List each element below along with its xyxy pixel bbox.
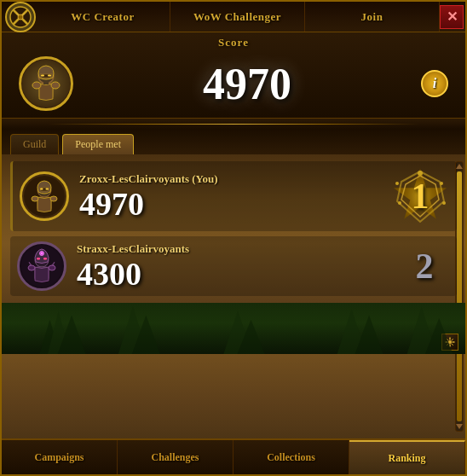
title-bar: WC Creator WoW Challenger Join ✕ xyxy=(2,2,465,32)
divider xyxy=(2,119,465,129)
main-player-avatar xyxy=(19,56,73,111)
svg-rect-15 xyxy=(40,189,43,190)
logo-icon xyxy=(5,2,36,32)
entry-1-info: Zroxx-LesClairvoyants (You) 4970 xyxy=(69,172,390,220)
entry-2-score: 4300 xyxy=(77,258,399,290)
logo-area xyxy=(2,2,36,32)
leaderboard-entry-2: Straxx-LesClairvoyants 4300 2 xyxy=(10,236,457,296)
entry-2-info: Straxx-LesClairvoyants 4300 xyxy=(66,242,399,290)
svg-rect-30 xyxy=(43,258,47,260)
main-score-number: 4970 xyxy=(90,59,404,109)
ranking-tab[interactable]: Ranking xyxy=(349,440,465,474)
leaderboard: Zroxx-LesClairvoyants (You) 4970 xyxy=(2,154,465,303)
info-button[interactable]: i xyxy=(421,70,448,97)
svg-point-22 xyxy=(442,201,446,205)
svg-point-20 xyxy=(418,171,423,176)
campaigns-tab[interactable]: Campaigns xyxy=(2,440,118,474)
svg-point-21 xyxy=(440,182,443,185)
svg-point-10 xyxy=(32,82,41,89)
svg-rect-12 xyxy=(43,81,49,84)
scroll-bar[interactable] xyxy=(455,161,464,303)
collections-tab[interactable]: Collections xyxy=(234,440,349,474)
player-1-avatar xyxy=(20,171,69,221)
leaderboard-entry-1: Zroxx-LesClairvoyants (You) 4970 xyxy=(10,161,457,231)
svg-rect-8 xyxy=(48,75,51,77)
svg-point-24 xyxy=(398,201,401,205)
entry-1-name: Zroxx-LesClairvoyants (You) xyxy=(79,172,390,186)
join-tab[interactable]: Join xyxy=(305,2,440,32)
challenges-tab[interactable]: Challenges xyxy=(118,440,234,474)
main-window: WC Creator WoW Challenger Join ✕ Score xyxy=(0,0,467,476)
svg-point-19 xyxy=(50,196,57,201)
svg-point-18 xyxy=(32,196,38,201)
wow-challenger-tab[interactable]: WoW Challenger xyxy=(170,2,305,32)
svg-point-35 xyxy=(49,265,55,270)
svg-rect-29 xyxy=(37,258,40,260)
entry-2-name: Straxx-LesClairvoyants xyxy=(77,242,399,256)
svg-point-23 xyxy=(395,182,399,185)
rank-2-number: 2 xyxy=(399,246,450,287)
score-section: Score xyxy=(2,32,465,119)
bottom-nav: Campaigns Challenges Collections Ranking xyxy=(2,438,465,474)
leaderboard-wrapper: Zroxx-LesClairvoyants (You) 4970 xyxy=(2,154,465,438)
score-title: Score xyxy=(2,36,465,49)
guild-tab[interactable]: Guild xyxy=(10,134,59,154)
entry-1-score: 4970 xyxy=(79,188,390,220)
scroll-thumb[interactable] xyxy=(457,171,462,303)
scroll-up-button[interactable] xyxy=(456,164,463,169)
score-main: 4970 i xyxy=(2,53,465,114)
close-button[interactable]: ✕ xyxy=(440,5,464,29)
player-2-avatar xyxy=(17,241,66,291)
wc-creator-tab[interactable]: WC Creator xyxy=(36,2,170,32)
people-met-tab[interactable]: People met xyxy=(62,134,134,154)
svg-rect-7 xyxy=(41,75,44,77)
rank-1-badge: 1 xyxy=(390,166,450,226)
svg-point-11 xyxy=(51,82,60,89)
tab-bar: Guild People met xyxy=(2,129,465,154)
forest-area xyxy=(2,303,465,354)
svg-point-28 xyxy=(41,253,43,254)
svg-rect-16 xyxy=(46,189,49,190)
rank-1-number: 1 xyxy=(412,176,430,217)
nav-tabs: WC Creator WoW Challenger Join xyxy=(36,2,440,32)
svg-point-34 xyxy=(28,265,35,270)
